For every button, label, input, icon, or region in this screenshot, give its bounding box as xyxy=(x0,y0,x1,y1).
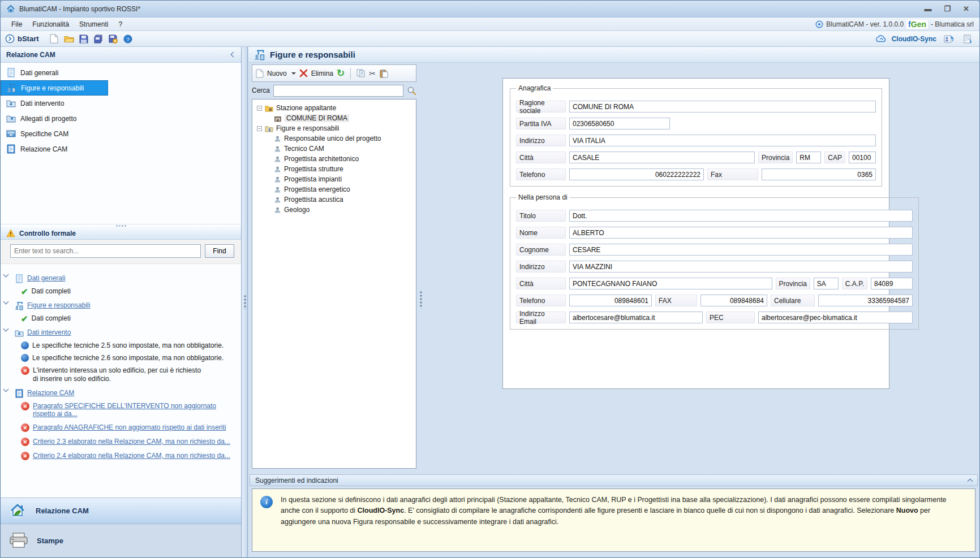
tree-node-figure-item[interactable]: Responsabile unico del progetto xyxy=(255,133,414,144)
open-file-button[interactable] xyxy=(63,33,75,45)
telefono-field[interactable] xyxy=(569,168,704,180)
tree-node-figure-item[interactable]: Tecnico CAM xyxy=(255,144,414,154)
ragione-sociale-label: Ragione sociale xyxy=(516,101,566,113)
citta-persona-field[interactable] xyxy=(569,278,772,289)
chevron-down-icon[interactable] xyxy=(3,387,9,392)
minimize-button[interactable]: ▬ xyxy=(924,5,931,13)
menu-help[interactable]: ? xyxy=(113,19,127,30)
controllo-section-dati-generali[interactable]: Dati generali xyxy=(4,274,238,283)
cellulare-field[interactable] xyxy=(818,295,913,306)
menu-strumenti[interactable]: Strumenti xyxy=(74,19,113,30)
collapse-node-icon[interactable]: − xyxy=(257,106,262,111)
controllo-section-figure[interactable]: Figure e responsabili xyxy=(4,301,238,310)
tree-node-figure-item[interactable]: Progettista architettonico xyxy=(255,154,414,164)
titolo-field[interactable] xyxy=(569,210,913,222)
fax-field[interactable] xyxy=(762,168,876,180)
pec-field[interactable] xyxy=(758,312,913,323)
indirizzo-persona-field[interactable] xyxy=(569,261,913,272)
controllo-item-link[interactable]: ✕ Paragrafo ANAGRAFICHE non aggiornato r… xyxy=(4,423,238,432)
cap-field[interactable] xyxy=(849,152,876,163)
company-text: - Blumatica srl xyxy=(931,20,974,28)
chevron-down-icon[interactable] xyxy=(3,272,9,278)
help-button[interactable]: ? xyxy=(122,33,134,45)
report-sync-button[interactable] xyxy=(962,33,973,45)
copy-icon[interactable] xyxy=(356,69,366,77)
fax-persona-field[interactable] xyxy=(700,295,767,306)
close-button[interactable]: ✕ xyxy=(963,5,969,13)
email-field[interactable] xyxy=(569,312,703,323)
dropdown-arrow-icon[interactable] xyxy=(291,72,296,75)
tree-node-figure-item[interactable]: Progettista acustica xyxy=(255,194,414,205)
bstart-button[interactable]: bStart xyxy=(5,34,39,44)
controllo-section-dati-intervento[interactable]: Dati intervento xyxy=(4,328,238,338)
partita-iva-field[interactable] xyxy=(569,118,670,129)
tree-node-figure-item[interactable]: Progettista energetico xyxy=(255,184,414,194)
splitter-grip[interactable] xyxy=(244,295,246,309)
tree-node-figure-item[interactable]: Progettista strutture xyxy=(255,164,414,174)
cut-icon[interactable]: ✂ xyxy=(369,70,376,77)
sidebar-item-dati-intervento[interactable]: Dati intervento xyxy=(1,96,241,111)
cerca-input[interactable] xyxy=(273,85,403,97)
indirizzo-field[interactable] xyxy=(569,135,876,146)
tree-node-figure[interactable]: − Figure e responsabili xyxy=(255,123,414,133)
new-file-button[interactable] xyxy=(49,33,60,45)
ragione-sociale-field[interactable] xyxy=(569,101,876,113)
tree-node-stazione[interactable]: − Stazione appaltante xyxy=(255,103,414,113)
cap-persona-label: C.A.P. xyxy=(842,278,867,289)
collapse-suggestions-icon[interactable] xyxy=(968,478,973,484)
collapse-node-icon[interactable]: − xyxy=(257,126,262,131)
paste-icon[interactable] xyxy=(379,69,388,78)
chevron-down-icon[interactable] xyxy=(3,326,9,332)
nuovo-button[interactable]: Nuovo xyxy=(267,70,287,77)
elimina-button[interactable]: Elimina xyxy=(311,70,333,77)
printer-icon xyxy=(8,532,29,549)
controllo-search-input[interactable] xyxy=(10,244,201,258)
contact-sync-button[interactable] xyxy=(943,33,954,45)
relazione-cam-button[interactable]: Relazione CAM xyxy=(1,498,241,524)
vertical-splitter[interactable] xyxy=(242,47,248,557)
collapse-sidebar-icon[interactable] xyxy=(231,52,237,58)
info-icon xyxy=(21,354,29,362)
sidebar-item-relazione-cam[interactable]: Relazione CAM xyxy=(1,141,241,157)
search-icon[interactable] xyxy=(407,86,416,96)
sidebar-item-specifiche-cam[interactable]: Specifiche CAM xyxy=(1,126,241,141)
sidebar-item-allegati-progetto[interactable]: Allegati di progetto xyxy=(1,111,241,126)
figures-tree: − Stazione appaltante COMUNE DI ROMA − F… xyxy=(252,99,416,469)
cloudio-sync-label[interactable]: CloudIO-Sync xyxy=(892,35,936,43)
stampe-button[interactable]: Stampe xyxy=(1,524,241,557)
controllo-section-relazione-cam[interactable]: Relazione CAM xyxy=(4,389,238,398)
tree-node-figure-item[interactable]: Progettista impianti xyxy=(255,174,414,184)
splitter-grip[interactable] xyxy=(420,291,422,308)
save-button[interactable] xyxy=(78,33,89,45)
provincia-persona-field[interactable] xyxy=(814,278,839,289)
telefono-persona-field[interactable] xyxy=(569,295,652,306)
folder-arrow-icon xyxy=(6,98,16,108)
check-icon: ✔ xyxy=(21,287,28,296)
save-sync-button[interactable] xyxy=(108,33,119,45)
check-icon: ✔ xyxy=(21,314,28,323)
controllo-item-link[interactable]: ✕ Paragrafo SPECIFICHE DELL'INTERVENTO n… xyxy=(4,402,238,418)
tree-node-comune-roma[interactable]: COMUNE DI ROMA xyxy=(255,113,414,123)
controllo-item-link[interactable]: ✕ Criterio 2.3 elaborato nella Relazione… xyxy=(4,438,238,446)
menu-file[interactable]: File xyxy=(6,19,27,30)
fax-persona-label: FAX xyxy=(655,295,697,306)
chevron-down-icon[interactable] xyxy=(3,299,9,305)
refresh-icon[interactable]: ↻ xyxy=(337,68,345,78)
save-all-button[interactable] xyxy=(93,33,104,45)
tree-form-splitter[interactable] xyxy=(418,64,423,467)
sidebar-header: Relazione CAM xyxy=(1,47,241,63)
cognome-label: Cognome xyxy=(516,244,566,256)
controllo-item-link[interactable]: ✕ Criterio 2.4 elaborato nella Relazione… xyxy=(4,452,238,460)
find-button[interactable]: Find xyxy=(205,244,234,258)
folder-people-icon xyxy=(265,125,273,132)
citta-field[interactable] xyxy=(569,152,755,163)
tree-node-figure-item[interactable]: Geologo xyxy=(255,205,414,215)
menu-funzionalita[interactable]: Funzionalità xyxy=(27,19,74,30)
nome-field[interactable] xyxy=(569,227,913,239)
cap-persona-field[interactable] xyxy=(871,278,913,289)
sidebar-item-dati-generali[interactable]: Dati generali xyxy=(1,65,241,80)
restore-button[interactable]: ❐ xyxy=(944,5,951,13)
cognome-field[interactable] xyxy=(569,244,913,256)
provincia-field[interactable] xyxy=(796,152,821,163)
sidebar-item-figure-responsabili[interactable]: Figure e responsabili xyxy=(1,80,108,96)
